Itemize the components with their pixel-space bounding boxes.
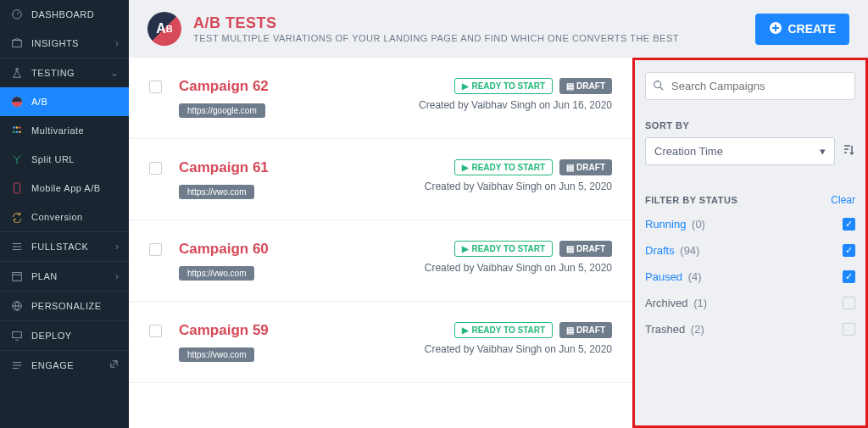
sidebar-item-label: Split URL	[31, 154, 119, 164]
sidebar-item-plan[interactable]: PLAN›	[0, 261, 129, 291]
campaign-meta: Created by Vaibhav Singh on Jun 5, 2020	[425, 262, 612, 274]
campaign-row[interactable]: Campaign 60https://vwo.com▶ READY TO STA…	[129, 220, 632, 302]
ready-to-start-badge[interactable]: ▶ READY TO START	[454, 322, 553, 338]
campaign-url-badge: https://vwo.com	[179, 266, 254, 281]
svg-rect-1	[13, 41, 22, 47]
flask-icon	[10, 66, 24, 80]
chevron-icon: ›	[115, 37, 119, 49]
sidebar: DASHBOARDINSIGHTS›TESTING⌄A/BMultivariat…	[0, 0, 129, 428]
sidebar-item-dashboard[interactable]: DASHBOARD	[0, 0, 129, 29]
ready-to-start-badge[interactable]: ▶ READY TO START	[454, 241, 553, 257]
play-icon: ▶	[462, 81, 469, 91]
filter-count: (1)	[693, 297, 707, 309]
split-icon	[10, 153, 24, 166]
campaign-url-badge: https://google.com	[179, 103, 265, 118]
sidebar-item-label: DASHBOARD	[31, 9, 119, 19]
filter-count: (4)	[688, 270, 702, 283]
filter-count: (2)	[691, 323, 704, 336]
campaign-row[interactable]: Campaign 59https://vwo.com▶ READY TO STA…	[129, 302, 632, 383]
ready-to-start-badge[interactable]: ▶ READY TO START	[454, 159, 553, 175]
sort-select[interactable]: Creation Time ▾	[645, 137, 835, 165]
filter-count: (94)	[680, 244, 699, 257]
ab-logo-icon: AB	[147, 12, 181, 46]
globe-icon	[10, 299, 24, 313]
filter-item-drafts[interactable]: Drafts (94)✓	[645, 237, 855, 264]
draft-badge: ▤ DRAFT	[559, 78, 612, 94]
chevron-down-icon: ▾	[820, 145, 826, 158]
sidebar-item-testing[interactable]: TESTING⌄	[0, 58, 129, 87]
main: AB A/B TESTS TEST MULTIPLE VARIATIONS OF…	[129, 0, 868, 428]
campaign-title[interactable]: Campaign 61	[179, 159, 408, 176]
phone-icon	[10, 181, 24, 195]
filter-item-trashed[interactable]: Trashed (2)	[645, 316, 855, 342]
filter-checkbox[interactable]: ✓	[843, 270, 855, 283]
sidebar-item-multivariate[interactable]: Multivariate	[0, 116, 129, 145]
sidebar-item-split-url[interactable]: Split URL	[0, 145, 129, 174]
ready-to-start-badge[interactable]: ▶ READY TO START	[454, 78, 553, 94]
filter-checkbox[interactable]: ✓	[843, 218, 855, 231]
campaign-title[interactable]: Campaign 60	[179, 241, 408, 258]
draft-badge: ▤ DRAFT	[559, 241, 612, 257]
campaign-url-badge: https://vwo.com	[179, 185, 254, 199]
row-checkbox[interactable]	[149, 81, 162, 93]
draft-icon: ▤	[566, 81, 574, 91]
engage-icon	[10, 359, 24, 372]
campaign-meta: Created by Vaibhav Singh on Jun 5, 2020	[425, 343, 612, 355]
svg-line-15	[660, 87, 664, 91]
sidebar-item-label: TESTING	[31, 68, 110, 78]
draft-badge: ▤ DRAFT	[559, 322, 612, 338]
page-title: A/B TESTS	[193, 14, 743, 32]
campaign-meta: Created by Vaibhav Singh on Jun 5, 2020	[425, 181, 612, 192]
chevron-icon: ›	[115, 241, 119, 253]
page-subtitle: TEST MULTIPLE VARIATIONS OF YOUR LANDING…	[193, 33, 743, 43]
search-input[interactable]	[645, 72, 855, 100]
campaign-row[interactable]: Campaign 62https://google.com▶ READY TO …	[129, 58, 632, 139]
campaign-meta: Created by Vaibhav Singh on Jun 16, 2020	[419, 99, 612, 111]
svg-rect-10	[13, 273, 22, 281]
campaign-row[interactable]: Campaign 61https://vwo.com▶ READY TO STA…	[129, 139, 632, 220]
sort-value: Creation Time	[654, 145, 723, 158]
sidebar-item-engage[interactable]: ENGAGE	[0, 350, 129, 380]
campaign-title[interactable]: Campaign 62	[179, 78, 402, 95]
cycle-icon	[10, 210, 24, 224]
filter-checkbox[interactable]	[843, 297, 855, 309]
sidebar-item-deploy[interactable]: DEPLOY	[0, 320, 129, 350]
filter-item-paused[interactable]: Paused (4)✓	[645, 264, 855, 290]
sidebar-item-label: ENGAGE	[31, 360, 109, 370]
svg-point-3	[13, 126, 15, 129]
row-checkbox[interactable]	[149, 162, 162, 175]
create-button[interactable]: CREATE	[755, 14, 849, 45]
draft-badge: ▤ DRAFT	[559, 159, 612, 175]
filter-count: (0)	[692, 218, 705, 231]
sort-direction-icon[interactable]	[842, 143, 855, 160]
dots-icon	[10, 124, 24, 137]
sidebar-item-label: PERSONALIZE	[31, 301, 119, 311]
campaign-title[interactable]: Campaign 59	[179, 322, 408, 339]
play-icon: ▶	[462, 244, 469, 253]
filter-item-running[interactable]: Running (0)✓	[645, 211, 855, 237]
sidebar-item-mobile-app-a-b[interactable]: Mobile App A/B	[0, 174, 129, 203]
campaign-list: Campaign 62https://google.com▶ READY TO …	[129, 58, 632, 428]
create-label: CREATE	[787, 22, 836, 36]
search-icon	[653, 80, 665, 95]
sidebar-item-label: Conversion	[31, 212, 119, 222]
sidebar-item-a-b[interactable]: A/B	[0, 87, 129, 116]
sidebar-item-personalize[interactable]: PERSONALIZE	[0, 291, 129, 320]
clear-filters-link[interactable]: Clear	[831, 194, 855, 206]
filter-label: Archived	[645, 297, 688, 309]
sidebar-item-fullstack[interactable]: FULLSTACK›	[0, 231, 129, 261]
row-checkbox[interactable]	[149, 325, 162, 337]
external-icon	[109, 359, 119, 371]
filter-item-archived[interactable]: Archived (1)	[645, 290, 855, 316]
sidebar-item-conversion[interactable]: Conversion	[0, 203, 129, 231]
sidebar-item-insights[interactable]: INSIGHTS›	[0, 29, 129, 58]
deploy-icon	[10, 329, 24, 342]
row-checkbox[interactable]	[149, 243, 162, 256]
filter-label: Drafts	[645, 244, 675, 257]
filter-checkbox[interactable]	[843, 323, 855, 336]
stack-icon	[10, 240, 24, 253]
filter-checkbox[interactable]: ✓	[843, 244, 855, 257]
sort-by-label: SORT BY	[645, 120, 855, 131]
sidebar-item-label: INSIGHTS	[31, 38, 115, 48]
filter-label: Trashed	[645, 323, 685, 336]
